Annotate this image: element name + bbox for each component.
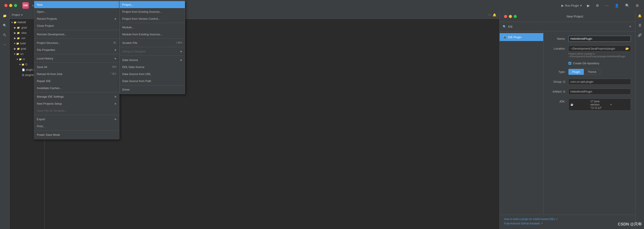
menu-item-power-save[interactable]: Power Save Mode: [34, 131, 119, 138]
folder-icon: 📁: [14, 21, 17, 24]
sidebar-item-project[interactable]: 📁: [2, 13, 8, 19]
artifact-input[interactable]: [568, 89, 631, 95]
group-input-wrapper: [568, 79, 631, 85]
dialog-tl-minimize[interactable]: [509, 15, 512, 18]
menu-item-driver[interactable]: Driver: [120, 86, 185, 93]
project-settings: Name: Location: 📂 Proj: [544, 31, 635, 215]
file-menu[interactable]: New ▶ Open... Recent Projects ▶ Close Pr…: [34, 0, 120, 139]
footer-link-1[interactable]: How to build a plugin for IntelliJ-based…: [504, 217, 631, 221]
menu-item-module-existing[interactable]: Module from Existing Sources...: [120, 31, 185, 38]
arrow-icon: ▶: [115, 118, 116, 121]
tree-item-label: .idea: [21, 31, 26, 35]
sidebar-item-search[interactable]: 🔍: [2, 22, 8, 29]
traffic-light-maximize[interactable]: [14, 4, 17, 7]
menu-item-file-properties[interactable]: File Properties ▶: [34, 46, 119, 53]
menu-item-print[interactable]: Print...: [34, 123, 119, 130]
traffic-light-close[interactable]: [4, 4, 8, 7]
git-checkbox[interactable]: [568, 62, 571, 65]
arrow-icon: ▶: [115, 49, 116, 51]
name-label: Name:: [548, 36, 565, 40]
menu-item-structure-label: Project Structure...: [37, 41, 112, 45]
jdk-row: JDK: ☕ 17 java version "17.0.12" ▾: [548, 99, 631, 111]
name-input-wrapper: [568, 36, 631, 42]
menu-item-open[interactable]: Open...: [34, 8, 119, 15]
menu-item-data-source[interactable]: Data Source ▶: [120, 56, 185, 63]
chevron-down-icon: ▾: [12, 21, 13, 24]
java-icon: ☕: [570, 103, 589, 106]
settings-button[interactable]: ⚙: [595, 3, 600, 9]
menu-item-data-source-path[interactable]: Data Source from Path: [120, 77, 185, 84]
menu-item-power-save-label: Power Save Mode: [37, 133, 116, 136]
type-plugin-button[interactable]: Plugin: [568, 69, 584, 75]
type-theme-button[interactable]: Theme: [584, 69, 600, 75]
dialog-title: New Project: [519, 15, 631, 18]
notifications-button[interactable]: 🔔: [492, 12, 497, 18]
footer-link-2[interactable]: Fully-featured GitHub template ↗: [504, 222, 631, 225]
ide-settings-button[interactable]: ⚙: [635, 3, 640, 9]
run-plugin-button[interactable]: ▶ Run Plugin ▾: [562, 4, 582, 7]
menu-item-invalidate-caches[interactable]: Invalidate Caches...: [34, 84, 119, 91]
menu-item-export[interactable]: Export ▶: [34, 116, 119, 123]
arrow-icon: ▶: [180, 59, 182, 61]
menu-item-data-source-url[interactable]: Data Source from URL: [120, 70, 185, 77]
account-button[interactable]: 👤: [614, 3, 620, 9]
dialog-tl-close[interactable]: [504, 15, 507, 18]
more-button[interactable]: ⋯: [604, 3, 610, 9]
chevron-right-icon: ▶: [14, 37, 16, 40]
menu-item-repair-ide[interactable]: Repair IDE: [34, 77, 119, 84]
menu-item-save-all[interactable]: Save All ⌘S: [34, 63, 119, 70]
search-input[interactable]: [508, 25, 626, 28]
type-label: Type:: [548, 69, 565, 74]
arrow-icon: ▶: [115, 17, 116, 20]
name-input[interactable]: [568, 36, 631, 42]
search-clear-button[interactable]: ✕: [628, 24, 632, 29]
sidebar-item-plugins[interactable]: 🔌: [2, 32, 8, 38]
menu-item-close-project[interactable]: Close Project: [34, 22, 119, 29]
right-sidebar-database[interactable]: 🗄: [637, 22, 643, 29]
menu-item-project[interactable]: Project...: [120, 1, 185, 8]
menu-item-scratch-file[interactable]: Scratch File ⇧⌘N: [120, 39, 185, 46]
traffic-lights: [4, 4, 17, 7]
menu-item-data-source-path-label: Data Source from Path: [122, 79, 182, 83]
tree-item-label: grad: [21, 47, 26, 50]
menu-item-reload[interactable]: Reload All from Disk ⌃⌘Y: [34, 70, 119, 77]
dialog-tl-maximize[interactable]: [514, 15, 517, 18]
jdk-select[interactable]: ☕ 17 java version "17.0.12" ▾: [568, 99, 631, 111]
file-icon: 📄: [22, 68, 25, 71]
menu-item-new[interactable]: New ▶: [34, 1, 119, 8]
arrow-icon: ▶: [115, 102, 116, 105]
git-row: Create Git repository: [548, 62, 631, 65]
new-submenu[interactable]: Project... Project from Existing Sources…: [120, 0, 185, 94]
search-button[interactable]: 🔍: [624, 3, 630, 9]
menu-separator: [34, 115, 119, 115]
dialog-title-bar: New Project: [500, 11, 635, 22]
sidebar-item-more[interactable]: ⋯: [2, 42, 8, 48]
browse-button[interactable]: 📂: [624, 46, 631, 51]
traffic-light-minimize[interactable]: [9, 4, 12, 7]
menu-item-recent-label: Recent Projects: [37, 17, 113, 21]
menu-item-export-label: Export: [37, 118, 113, 121]
menu-item-save-label: Save All: [37, 65, 110, 69]
menu-item-project-structure[interactable]: Project Structure... ⌘;: [34, 39, 119, 46]
menu-item-remote-dev[interactable]: Remote Development...: [34, 31, 119, 38]
location-input[interactable]: [569, 46, 624, 51]
menu-item-local-history[interactable]: Local History ▶: [34, 55, 119, 62]
project-type-ide-plugin[interactable]: 🔌 IDE Plugin: [500, 33, 543, 41]
menu-item-manage-settings[interactable]: Manage IDE Settings ▶: [34, 93, 119, 100]
right-sidebar-api[interactable]: 🔗: [637, 32, 643, 38]
menu-item-ddl-data-source[interactable]: DDL Data Source: [120, 63, 185, 70]
menu-item-new-projects-setup[interactable]: New Projects Setup ▶: [34, 100, 119, 107]
group-input[interactable]: [568, 79, 631, 85]
chevron-down-icon: ▾: [17, 58, 18, 61]
menu-item-invalidate-label: Invalidate Caches...: [37, 86, 116, 90]
menu-item-save-template-label: Save File as Template...: [37, 109, 116, 112]
menu-item-recent-projects[interactable]: Recent Projects ▶: [34, 15, 119, 22]
folder-icon: 📁: [19, 58, 22, 61]
menu-item-project-existing[interactable]: Project from Existing Sources...: [120, 8, 185, 15]
tab-more-button[interactable]: ⋯: [487, 12, 492, 18]
menu-item-module[interactable]: Module...: [120, 24, 185, 31]
right-sidebar-notifications[interactable]: 🔔: [637, 13, 643, 19]
play-button[interactable]: ▶: [586, 3, 590, 9]
jdk-value: 17 java version "17.0.12": [590, 100, 609, 109]
menu-item-project-vcs[interactable]: Project from Version Control...: [120, 15, 185, 22]
